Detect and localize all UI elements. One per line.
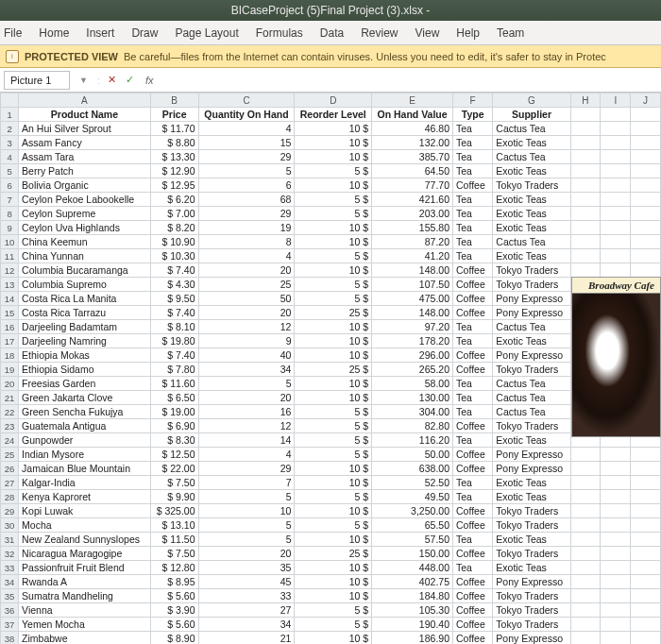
table-row[interactable]: 34Rwanda A$ 8.954510 $402.75CoffeePony E…	[1, 575, 661, 589]
cell-qoh[interactable]: 25	[198, 278, 295, 292]
cell[interactable]	[601, 518, 631, 533]
cell-type[interactable]: Coffee	[452, 363, 492, 377]
cell-type[interactable]: Coffee	[452, 348, 492, 363]
cell[interactable]	[570, 108, 601, 122]
row-number[interactable]: 19	[1, 363, 19, 377]
cell-type[interactable]: Tea	[452, 136, 492, 150]
cell-product-name[interactable]: Ethiopia Mokas	[19, 348, 151, 363]
cell-type[interactable]: Tea	[452, 433, 492, 448]
row-number[interactable]: 33	[1, 561, 19, 575]
cell[interactable]	[601, 263, 631, 278]
cell[interactable]	[601, 193, 631, 207]
cell-reorder[interactable]: 10 $	[295, 533, 372, 547]
cell-qoh[interactable]: 5	[198, 490, 295, 504]
cell-price[interactable]: $ 7.40	[150, 306, 198, 320]
cell-product-name[interactable]: Mocha	[19, 518, 151, 533]
cell-price[interactable]: $ 8.20	[150, 221, 198, 235]
row-number[interactable]: 3	[1, 136, 19, 150]
cell-type[interactable]: Tea	[452, 221, 492, 235]
cell-value[interactable]: 46.80	[372, 122, 453, 136]
cell-product-name[interactable]: Darjeeling Badamtam	[19, 320, 151, 334]
cell[interactable]	[570, 547, 601, 561]
cell-reorder[interactable]: 25 $	[295, 363, 372, 377]
cell-qoh[interactable]: 68	[198, 193, 295, 207]
cell-value[interactable]: 3,250.00	[372, 504, 453, 518]
cell-type[interactable]: Coffee	[452, 632, 492, 645]
cell-reorder[interactable]: 10 $	[295, 561, 372, 575]
cell[interactable]	[601, 618, 631, 632]
cell-type[interactable]: Tea	[452, 334, 492, 348]
table-row[interactable]: 7Ceylon Pekoe Labookelle$ 6.20685 $421.6…	[1, 193, 661, 207]
cell-supplier[interactable]: Exotic Teas	[493, 221, 570, 235]
cell-supplier[interactable]: Cactus Tea	[493, 320, 570, 334]
cell-type[interactable]: Tea	[452, 193, 492, 207]
cell-price[interactable]: $ 7.40	[150, 348, 198, 363]
cell-qoh[interactable]: 4	[198, 122, 295, 136]
cell[interactable]	[570, 589, 601, 603]
tab-insert[interactable]: Insert	[86, 26, 114, 40]
cell[interactable]	[631, 263, 661, 278]
cell-qoh[interactable]: 29	[198, 150, 295, 164]
cell[interactable]	[631, 632, 661, 645]
cell-product-name[interactable]: Vienna	[19, 603, 151, 618]
cell-price[interactable]: $ 11.70	[150, 122, 198, 136]
cell[interactable]	[570, 632, 601, 645]
row-number[interactable]: 31	[1, 533, 19, 547]
row-number[interactable]: 36	[1, 603, 19, 618]
cell-value[interactable]: 77.70	[372, 178, 453, 193]
cell-value[interactable]: 64.50	[372, 164, 453, 178]
cell-price[interactable]: $ 3.90	[150, 603, 198, 618]
hdr-price[interactable]: Price	[150, 108, 198, 122]
cell-value[interactable]: 475.00	[372, 292, 453, 306]
cell-reorder[interactable]: 5 $	[295, 207, 372, 221]
cell-product-name[interactable]: Kalgar-India	[19, 476, 151, 490]
table-row[interactable]: 10China Keemun$ 10.90810 $87.20TeaCactus…	[1, 235, 661, 249]
cell-product-name[interactable]: An Hui Silver Sprout	[19, 122, 151, 136]
select-all-corner[interactable]	[1, 93, 19, 108]
cell-qoh[interactable]: 14	[198, 433, 295, 448]
cell-reorder[interactable]: 10 $	[295, 320, 372, 334]
cell-product-name[interactable]: Sumatra Mandheling	[19, 589, 151, 603]
cell-price[interactable]: $ 8.90	[150, 632, 198, 645]
cell-reorder[interactable]: 10 $	[295, 377, 372, 391]
cell-reorder[interactable]: 25 $	[295, 547, 372, 561]
cell-supplier[interactable]: Tokyo Traders	[493, 589, 570, 603]
cell-product-name[interactable]: Kopi Luwak	[19, 504, 151, 518]
cell[interactable]	[631, 178, 661, 193]
cell[interactable]	[631, 589, 661, 603]
row-number[interactable]: 32	[1, 547, 19, 561]
cell-product-name[interactable]: Columbia Bucaramanga	[19, 263, 151, 278]
cell-value[interactable]: 421.60	[372, 193, 453, 207]
cell[interactable]	[570, 575, 601, 589]
table-row[interactable]: 27Kalgar-India$ 7.50710 $52.50TeaExotic …	[1, 476, 661, 490]
cell-qoh[interactable]: 27	[198, 603, 295, 618]
cell-value[interactable]: 49.50	[372, 490, 453, 504]
cell[interactable]	[631, 518, 661, 533]
table-row[interactable]: 4Assam Tara$ 13.302910 $385.70TeaCactus …	[1, 150, 661, 164]
cell-qoh[interactable]: 5	[198, 164, 295, 178]
cell-supplier[interactable]: Pony Expresso	[493, 462, 570, 476]
cell-value[interactable]: 132.00	[372, 136, 453, 150]
cell-type[interactable]: Coffee	[452, 575, 492, 589]
cell-qoh[interactable]: 4	[198, 249, 295, 263]
row-number[interactable]: 30	[1, 518, 19, 533]
cell-reorder[interactable]: 5 $	[295, 518, 372, 533]
table-row[interactable]: 20Freesias Garden$ 11.60510 $58.00TeaCac…	[1, 377, 661, 391]
cell-value[interactable]: 52.50	[372, 476, 453, 490]
cell-value[interactable]: 116.20	[372, 433, 453, 448]
cell-supplier[interactable]: Pony Expresso	[493, 306, 570, 320]
cell-product-name[interactable]: Gunpowder	[19, 433, 151, 448]
cell-value[interactable]: 203.00	[372, 207, 453, 221]
cell-supplier[interactable]: Exotic Teas	[493, 334, 570, 348]
cell[interactable]	[601, 164, 631, 178]
cell-type[interactable]: Coffee	[452, 518, 492, 533]
tab-home[interactable]: Home	[39, 26, 69, 40]
cell-type[interactable]: Tea	[452, 249, 492, 263]
cell[interactable]	[631, 108, 661, 122]
cell-price[interactable]: $ 8.30	[150, 433, 198, 448]
cell[interactable]	[601, 221, 631, 235]
row-number[interactable]: 15	[1, 306, 19, 320]
cell-qoh[interactable]: 19	[198, 221, 295, 235]
fx-icon[interactable]: fx	[142, 75, 158, 86]
row-number[interactable]: 18	[1, 348, 19, 363]
